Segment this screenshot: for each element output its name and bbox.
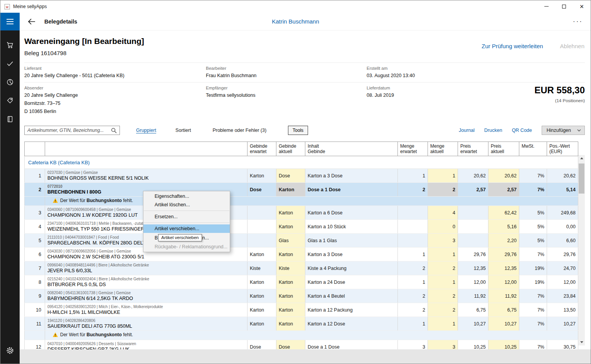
cell-menge-erwartet: 1 [398,248,428,261]
menu-item-artikel-verschieben[interactable]: Artikel verschieben... [143,224,230,233]
row-number: 6 [25,248,45,261]
document-info: Lieferant 20 Jahre Selly Challenge - 501… [24,62,585,121]
menu-item-label: B [155,234,158,242]
total-amount: EUR 558,30 [534,85,585,96]
warning-spacer [25,197,45,206]
item-description: 0996040 | 04008948114496 | Biere | Alkoh… [45,261,248,275]
sidebar-item-approvals[interactable] [0,54,20,73]
table-row[interactable]: 90082040 | 05411361001738 | Gemüse | Gem… [25,289,578,303]
cell-menge-aktuell: 2 [428,261,458,275]
positions-count: (14 Positionen) [534,98,585,103]
item-meta: 0215240 | 04102430002404 | Biere | Alkoh… [47,277,245,281]
tools-button[interactable]: Tools [288,126,308,135]
close-icon: × [580,5,584,8]
col-header-pos-wert: Pos.-Wert (EUR) [547,142,578,156]
cell-pos-wert: 20,62 [547,169,578,183]
filter-sortiert[interactable]: Sortiert [175,128,191,133]
sidebar-item-reports[interactable] [0,73,20,91]
menu-item[interactable]: Ersetzen... [143,212,230,221]
cell-menge-erwartet: 2 [398,289,428,303]
main-content: Wareneingang [In Bearbeitung] Beleg 1610… [20,30,591,349]
warning-text: Der Wert für [60,198,86,203]
cell-pos-wert: 5,14 [547,183,578,197]
cell-gebinde-erwartet: Dose [248,183,276,197]
minimize-icon [544,6,549,7]
scrollbar-thumb[interactable] [579,163,584,194]
menu-item[interactable]: Artikel löschen... [143,201,230,209]
col-header-menge-aktuell: Menge aktuell [428,142,458,156]
cell-menge-erwartet: 1 [398,275,428,289]
context-menu: Eigenschaften...Artikel löschen...Ersetz… [143,191,230,252]
filter-probleme[interactable]: Probleme oder Fehler (3) [212,128,266,133]
table-row[interactable]: 70996040 | 04008948114496 | Biere | Alko… [25,261,578,275]
cell-inhalt-gebinde: Karton a 12 Dose [305,317,398,331]
cell-preis-aktuell: 62,42 [488,206,519,220]
group-header-row[interactable]: Cafeteria KB (Cafeteria KB) [25,156,578,169]
sidebar-item-cart[interactable] [0,36,20,54]
drucken-link[interactable]: Drucken [484,128,502,133]
table-row[interactable]: 52111010 | 04044703001847 | Food | FoodS… [25,234,578,248]
vertical-scrollbar[interactable] [578,155,585,345]
item-description: 0437010 | 04000492005626 | Desserts | Sü… [45,340,248,350]
table-header-row: Gebinde erwartet Gebinde aktuell Inhalt … [25,142,578,156]
filter-gruppiert[interactable]: Gruppiert [136,128,156,133]
field-erstellt-am: Erstellt am 03. August 2020 13:40 [367,66,585,78]
cell-menge-aktuell: 2 [428,303,458,317]
item-meta: 1941120 | 04028286420806 [47,318,245,323]
reject-button[interactable]: Ablehnen [560,43,584,49]
row-number: 5 [25,234,45,248]
table-row[interactable]: 120437010 | 04000492005626 | Desserts | … [25,340,578,350]
table-row[interactable]: 10237030 | Gemüse | GemüseBOHNEN GROSS W… [25,169,578,183]
user-name-link[interactable]: Katrin Buschmann [272,18,319,25]
scroll-up-button[interactable] [578,155,585,162]
menu-item[interactable]: BArtikel verschiebenn... [143,233,230,243]
table-row[interactable]: 20772010BRECHBOHNEN I 800GDoseKartonDose… [25,183,578,197]
qr-code-link[interactable]: QR Code [512,128,532,133]
cell-mwst: 5% [519,220,547,234]
cell-gebinde-aktuell: Karton [276,289,305,303]
table-row[interactable]: 100954120 | 04025839012020 | Milch | Eie… [25,303,578,317]
menu-item[interactable]: Eigenschaften... [143,192,230,201]
cell-menge-erwartet: 3 [398,340,428,350]
cell-pos-wert: 10,27 [547,317,578,331]
cell-preis-erwartet: 2,57 [458,183,488,197]
cell-menge-aktuell: 3 [428,234,458,248]
cell-gebinde-erwartet: Karton [248,289,276,303]
search-input[interactable] [27,128,111,133]
more-options-button[interactable]: ··· [573,18,583,25]
items-table: Gebinde erwartet Gebinde aktuell Inhalt … [24,142,585,349]
journal-link[interactable]: Journal [459,128,475,133]
forward-for-review-button[interactable]: Zur Prüfung weiterleiten [482,43,543,49]
item-name: SAUERKRAUT DELI ATG 770G 850ML [47,324,245,329]
sidebar-item-journal[interactable] [0,110,20,128]
back-button[interactable] [28,18,35,25]
table-row[interactable]: 80215240 | 04102430002404 | Biere | Alko… [25,275,578,289]
warning-row: Der Wert für Buchungskonto fehlt. [25,197,578,206]
hamburger-menu-button[interactable] [0,13,20,30]
minimize-button[interactable] [537,0,555,12]
cell-gebinde-aktuell: Karton [276,317,305,331]
sidebar-item-settings[interactable] [0,341,20,360]
cell-gebinde-aktuell: Dose [276,340,305,350]
table-row[interactable]: 30340060 | 08710609600458 | Gemüse | Gem… [25,206,578,220]
scroll-down-button[interactable] [578,339,585,345]
sidebar-item-labels[interactable] [0,91,20,110]
search-box[interactable] [24,126,120,135]
item-description: 0215240 | 04102430002404 | Biere | Alkoh… [45,275,248,289]
col-header-preis-erwartet: Preis erwartet [458,142,488,156]
col-header-gebinde-aktuell: Gebinde aktuell [276,142,305,156]
warning-message: Der Wert für Buchungskonto fehlt. [45,197,578,206]
cell-inhalt-gebinde: Karton a 24 Dose [305,275,398,289]
table-row[interactable]: 60343030 | 08710609602056 | Gemüse | Gem… [25,248,578,261]
hinzufuegen-button[interactable]: Hinzufügen [542,126,585,135]
item-name: H-MILCH 1,5% 1L MILCHWOLKE [47,310,245,315]
cell-pos-wert: 6,60 [547,234,578,248]
table-row[interactable]: 42347100 | 04006363101718 | Mehle | Back… [25,220,578,234]
col-header-description [45,142,248,156]
close-button[interactable]: × [573,0,591,12]
cell-pos-wert: 13,50 [547,303,578,317]
table-row[interactable]: 111941120 | 04028286420806SAUERKRAUT DEL… [25,317,578,331]
col-header-inhalt-gebinde: Inhalt Gebinde [305,142,398,156]
maximize-button[interactable] [555,0,573,12]
cell-menge-aktuell: 1 [428,275,458,289]
